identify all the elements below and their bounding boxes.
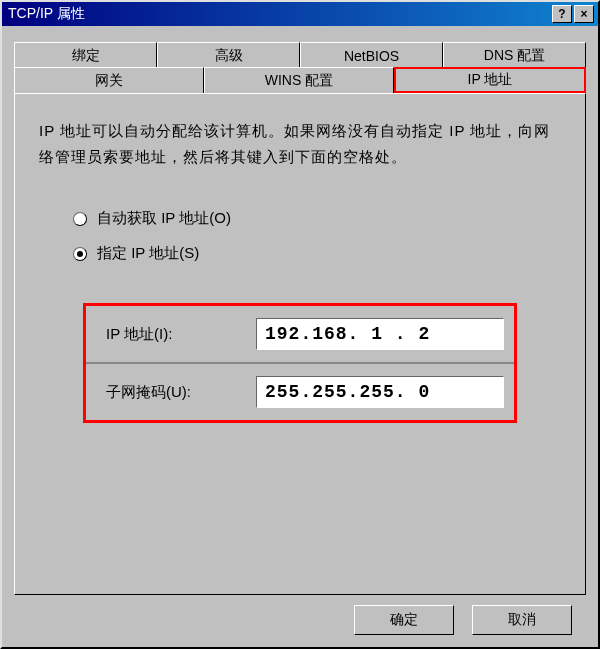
close-button[interactable]: × bbox=[574, 5, 594, 23]
subnet-mask-input[interactable]: 255.255.255. 0 bbox=[256, 376, 504, 408]
ok-button[interactable]: 确定 bbox=[354, 605, 454, 635]
tab-dns[interactable]: DNS 配置 bbox=[443, 42, 586, 68]
button-row: 确定 取消 bbox=[14, 595, 586, 635]
tab-binding[interactable]: 绑定 bbox=[14, 42, 157, 68]
help-button[interactable]: ? bbox=[552, 5, 572, 23]
subnet-mask-label: 子网掩码(U): bbox=[96, 383, 256, 402]
ip-address-label: IP 地址(I): bbox=[96, 325, 256, 344]
tab-row-2: 网关 WINS 配置 IP 地址 bbox=[14, 67, 586, 93]
dialog-window: TCP/IP 属性 ? × 绑定 高级 NetBIOS DNS 配置 网关 WI… bbox=[0, 0, 600, 649]
cancel-button[interactable]: 取消 bbox=[472, 605, 572, 635]
tab-netbios[interactable]: NetBIOS bbox=[300, 42, 443, 68]
tab-wins[interactable]: WINS 配置 bbox=[204, 67, 394, 93]
description-text: IP 地址可以自动分配给该计算机。如果网络没有自动指定 IP 地址，向网络管理员… bbox=[39, 118, 561, 169]
radio-dot-icon bbox=[77, 251, 83, 257]
spacer bbox=[39, 423, 561, 576]
titlebar-buttons: ? × bbox=[552, 5, 594, 23]
radio-icon bbox=[73, 247, 87, 261]
radio-auto-label: 自动获取 IP 地址(O) bbox=[97, 209, 231, 228]
radio-icon bbox=[73, 212, 87, 226]
dialog-content: 绑定 高级 NetBIOS DNS 配置 网关 WINS 配置 IP 地址 IP… bbox=[2, 26, 598, 647]
ip-fields-box: IP 地址(I): 192.168. 1 . 2 子网掩码(U): 255.25… bbox=[83, 303, 517, 423]
titlebar: TCP/IP 属性 ? × bbox=[2, 2, 598, 26]
tab-row-1: 绑定 高级 NetBIOS DNS 配置 bbox=[14, 42, 586, 68]
window-title: TCP/IP 属性 bbox=[6, 5, 552, 23]
tab-panel-ip: IP 地址可以自动分配给该计算机。如果网络没有自动指定 IP 地址，向网络管理员… bbox=[14, 93, 586, 595]
subnet-mask-row: 子网掩码(U): 255.255.255. 0 bbox=[86, 362, 514, 420]
tab-ip-address[interactable]: IP 地址 bbox=[394, 67, 586, 93]
radio-auto[interactable]: 自动获取 IP 地址(O) bbox=[73, 209, 561, 228]
tabs: 绑定 高级 NetBIOS DNS 配置 网关 WINS 配置 IP 地址 bbox=[14, 42, 586, 93]
ip-address-row: IP 地址(I): 192.168. 1 . 2 bbox=[86, 306, 514, 362]
radio-group: 自动获取 IP 地址(O) 指定 IP 地址(S) bbox=[39, 209, 561, 279]
tab-gateway[interactable]: 网关 bbox=[14, 67, 204, 93]
ip-address-input[interactable]: 192.168. 1 . 2 bbox=[256, 318, 504, 350]
radio-manual[interactable]: 指定 IP 地址(S) bbox=[73, 244, 561, 263]
tab-advanced[interactable]: 高级 bbox=[157, 42, 300, 68]
radio-manual-label: 指定 IP 地址(S) bbox=[97, 244, 199, 263]
